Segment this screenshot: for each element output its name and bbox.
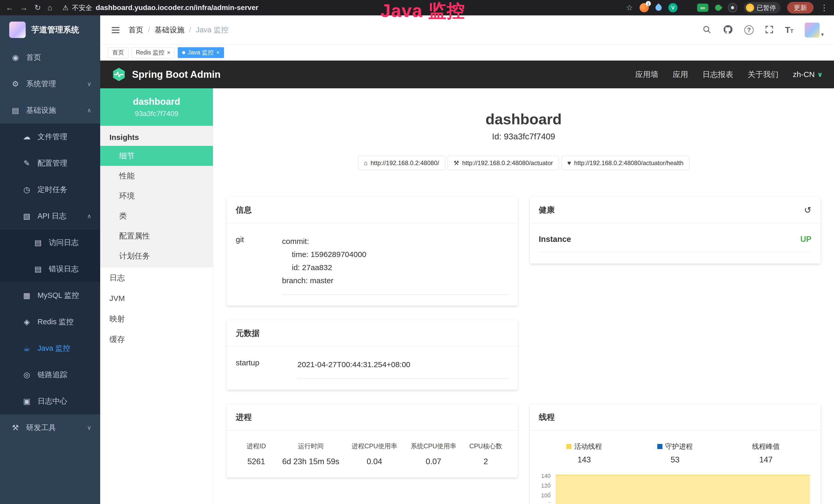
breadcrumb-current: Java 监控 [196, 25, 228, 35]
app-logo[interactable]: 芋道管理系统 [0, 16, 100, 44]
sba-nav-wallboard[interactable]: 应用墙 [635, 69, 658, 80]
extension-plugin-icon[interactable] [728, 3, 737, 12]
user-avatar[interactable] [805, 23, 824, 38]
sidebar-item-system-management[interactable]: 系统管理 [0, 71, 100, 97]
sidebar-item-config-management[interactable]: 配置管理 [0, 150, 100, 176]
card-title: 进程 [236, 412, 252, 422]
font-size-icon[interactable]: TT [785, 25, 793, 35]
sidebar-item-mysql-monitor[interactable]: MySQL 监控 [0, 282, 100, 308]
health-row[interactable]: Instance UP [539, 235, 812, 252]
fullscreen-icon[interactable] [765, 25, 774, 35]
instance-nav-classes[interactable]: 类 [100, 206, 213, 226]
instance-nav-config-props[interactable]: 配置属性 [100, 226, 213, 246]
sidebar-item-label: 访问日志 [49, 237, 79, 248]
extension-drop-icon[interactable] [654, 3, 663, 12]
cell-cpu-cores: 2 [463, 457, 509, 466]
sidebar-item-home[interactable]: 首页 [0, 44, 100, 71]
link-label: http://192.168.0.2:48080/actuator [462, 159, 553, 167]
sidebar-item-scheduled-tasks[interactable]: 定时任务 [0, 176, 100, 203]
sba-nav-journal[interactable]: 日志报表 [702, 69, 733, 80]
security-warning-icon[interactable] [62, 4, 68, 12]
instance-nav-scheduled-tasks[interactable]: 计划任务 [100, 246, 213, 266]
extension-grid-icon[interactable] [683, 3, 692, 12]
cards-grid: 信息 git commit: time: 1596289704000 id: 2… [226, 197, 821, 504]
instance-nav-logs[interactable]: 日志 [100, 268, 213, 288]
update-button[interactable]: 更新 [787, 2, 813, 13]
sidebar-item-trace[interactable]: 链路追踪 [0, 362, 100, 388]
sidebar-item-label: API 日志 [38, 211, 67, 221]
active-tab-dot [182, 51, 185, 54]
instance-nav-details[interactable]: 细节 [100, 146, 213, 166]
instance-nav-environment[interactable]: 环境 [100, 186, 213, 206]
instance-nav-performance[interactable]: 性能 [100, 166, 213, 186]
help-icon[interactable]: ? [744, 25, 753, 35]
forward-icon[interactable] [20, 4, 28, 12]
health-url-link[interactable]: http://192.168.0.2:48080/actuator/health [562, 156, 689, 170]
language-selector[interactable]: zh-CN [793, 70, 823, 79]
sba-brand[interactable]: Spring Boot Admin [111, 67, 221, 82]
link-label: http://192.168.0.2:48080/ [371, 159, 439, 167]
extension-switch-icon[interactable]: on [697, 4, 708, 12]
threads-card: 线程 活动线程 143 [530, 404, 821, 504]
url-text: dashboard.yudao.iocoder.cn/infra/admin-s… [96, 4, 258, 12]
extension-leaf-icon[interactable] [714, 3, 723, 12]
legend-live-threads: 活动线程 143 [539, 442, 630, 464]
main-area: 首页 / 基础设施 / Java 监控 ? TT [100, 16, 834, 504]
instance-nav-jvm[interactable]: JVM [100, 288, 213, 308]
java-icon [22, 344, 31, 353]
instance-name: dashboard [133, 96, 180, 107]
sidebar-toggle-icon[interactable] [110, 25, 121, 35]
browser-menu-icon[interactable] [820, 4, 828, 12]
api-log-icon [22, 211, 31, 221]
sidebar-item-infrastructure[interactable]: 基础设施 [0, 97, 100, 123]
sidebar-item-api-logs[interactable]: API 日志 [0, 203, 100, 229]
sba-nav-applications[interactable]: 应用 [673, 69, 688, 80]
sidebar-item-access-logs[interactable]: 访问日志 [0, 229, 100, 256]
close-icon[interactable]: × [167, 50, 170, 55]
sidebar-item-log-center[interactable]: 日志中心 [0, 388, 100, 414]
instance-url-link[interactable]: http://192.168.0.2:48080/ [358, 156, 445, 170]
log-center-icon [22, 397, 31, 406]
history-icon[interactable] [804, 205, 812, 215]
reload-icon[interactable] [35, 4, 41, 12]
breadcrumb-separator: / [148, 26, 150, 34]
instance-header[interactable]: dashboard 93a3fc7f7409 [100, 88, 213, 126]
tab-java-monitor[interactable]: Java 监控 × [178, 47, 224, 58]
instance-nav-caches[interactable]: 缓存 [100, 329, 213, 350]
sidebar-item-error-logs[interactable]: 错误日志 [0, 256, 100, 282]
home-icon [364, 159, 368, 167]
profile-status-label: 已暂停 [757, 4, 776, 12]
breadcrumb-home[interactable]: 首页 [128, 25, 143, 35]
sidebar-item-redis-monitor[interactable]: Redis 监控 [0, 308, 100, 335]
extension-v-icon[interactable] [668, 3, 678, 12]
sba-nav-about[interactable]: 关于我们 [748, 69, 778, 80]
cloud-upload-icon [22, 132, 31, 141]
actuator-url-link[interactable]: http://192.168.0.2:48080/actuator [448, 156, 559, 170]
back-icon[interactable] [6, 4, 13, 12]
info-value: commit: time: 1596289704000 id: 27aa832 … [282, 235, 509, 295]
app-logo-image [9, 22, 26, 38]
instance-nav-mappings[interactable]: 映射 [100, 308, 213, 329]
sidebar-item-java-monitor[interactable]: Java 监控 [0, 335, 100, 362]
search-icon[interactable] [702, 25, 711, 35]
security-label: 不安全 [72, 3, 92, 12]
github-icon[interactable] [723, 24, 733, 36]
browser-home-icon[interactable] [47, 4, 52, 12]
breadcrumb-infrastructure[interactable]: 基础设施 [155, 25, 184, 35]
close-icon[interactable]: × [216, 50, 220, 55]
link-label: http://192.168.0.2:48080/actuator/health [574, 159, 683, 167]
tab-redis-monitor[interactable]: Redis 监控 × [132, 47, 175, 58]
tab-home[interactable]: 首页 [108, 47, 128, 58]
sidebar-item-label: 定时任务 [38, 185, 67, 195]
profile-chip[interactable]: 已暂停 [744, 2, 781, 13]
sidebar-item-dev-tools[interactable]: 研发工具 [0, 414, 100, 441]
access-log-icon [34, 238, 43, 247]
bookmark-star-icon[interactable] [626, 4, 633, 12]
address-bar[interactable]: 不安全 dashboard.yudao.iocoder.cn/infra/adm… [59, 3, 619, 12]
extension-fox-icon[interactable]: 1 [640, 3, 649, 12]
card-title: 信息 [236, 205, 252, 215]
sidebar-item-file-management[interactable]: 文件管理 [0, 123, 100, 150]
tab-label: Redis 监控 [136, 48, 164, 56]
error-log-icon [34, 265, 43, 273]
avatar [805, 23, 820, 38]
